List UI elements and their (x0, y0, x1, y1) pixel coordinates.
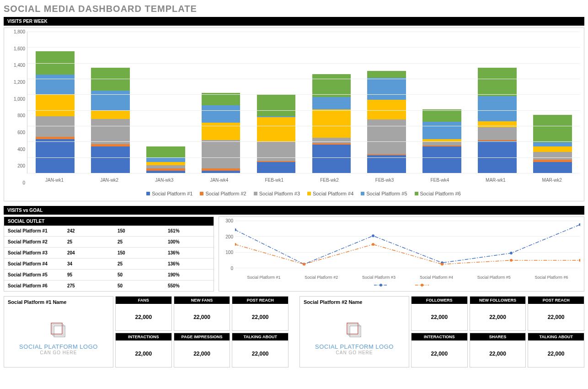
platform-name: Social Platform #1 Name (4, 297, 113, 308)
legend-item: Social Platform #1 (146, 191, 192, 196)
metric-value: 22,000 (470, 340, 526, 367)
legend-item: Social Platform #3 (254, 191, 300, 196)
y-tick: 1,800 (14, 29, 25, 34)
svg-point-5 (579, 223, 580, 226)
metric-value: 22,000 (232, 340, 288, 367)
metric-value: 22,000 (412, 304, 467, 330)
bar-segment (312, 74, 351, 97)
bar-segment (533, 162, 572, 173)
y-tick: 800 (17, 113, 25, 118)
x-label: Social Platform #4 (407, 275, 465, 280)
y-tick: 1,200 (14, 80, 25, 85)
svg-rect-17 (54, 326, 65, 337)
y-tick: 100 (225, 250, 233, 255)
bar-segment (367, 119, 406, 154)
table-header-social-outlet: SOCIAL OUTLET (4, 217, 214, 226)
table-row: Social Platform #3204150136% (4, 248, 214, 259)
logo-placeholder-subtext: CAN GO HERE (40, 350, 77, 355)
page-title: SOCIAL MEDIA DASHBOARD TEMPLATE (4, 4, 584, 14)
metric-label: TALKING ABOUT (232, 333, 288, 340)
svg-point-15 (421, 284, 423, 286)
platform-name: Social Platform #2 Name (300, 297, 409, 308)
bar-group (36, 32, 75, 173)
y-tick: 400 (17, 146, 25, 151)
bar-segment (146, 157, 185, 162)
metric-label: TALKING ABOUT (528, 333, 584, 340)
metric-cell: INTERACTIONS22,000 (115, 333, 172, 367)
legend-item: Social Platform #4 (307, 191, 353, 196)
x-label: JAN-wk2 (100, 178, 118, 183)
x-label: JAN-wk4 (210, 178, 228, 183)
bar-segment (91, 91, 130, 111)
svg-rect-20 (350, 326, 361, 337)
metric-value: 22,000 (116, 340, 171, 367)
bar-group (312, 32, 351, 173)
metric-label: FANS (116, 297, 171, 304)
bar-segment (312, 145, 351, 173)
bar-segment (422, 122, 461, 139)
x-label: Social Platform #5 (465, 275, 523, 280)
metric-label: FOLLOWERS (412, 297, 467, 304)
x-label: Social Platform #3 (350, 275, 408, 280)
placeholder-logo-icon (48, 319, 69, 341)
bar-segment (533, 142, 572, 146)
x-label: Social Platform #1 (235, 275, 293, 280)
metric-cell: SHARES22,000 (470, 333, 526, 367)
bar-group (367, 32, 406, 173)
svg-point-2 (372, 234, 374, 237)
legend-item: Social Platform #2 (200, 191, 246, 196)
bar-segment (202, 140, 241, 168)
bar-segment (312, 97, 351, 109)
bar-segment (312, 109, 351, 138)
metric-label: NEW FANS (174, 297, 230, 304)
bar-segment (478, 68, 517, 96)
platform-card: Social Platform #1 NameSOCIAL PLATFORM L… (4, 296, 289, 367)
table-row: Social Platform #1242150161% (4, 226, 214, 237)
metric-cell: NEW FOLLOWERS22,000 (470, 296, 526, 331)
svg-rect-19 (347, 323, 358, 334)
bar-group (146, 32, 185, 173)
svg-rect-16 (51, 323, 62, 334)
bar-group (422, 32, 461, 173)
bar-segment (257, 94, 296, 116)
y-tick: 0 (230, 266, 233, 271)
bar-segment (533, 115, 572, 142)
bar-segment (367, 78, 406, 100)
x-label: JAN-wk3 (155, 178, 173, 183)
metric-cell: TALKING ABOUT22,000 (232, 333, 289, 367)
bar-segment (36, 75, 75, 94)
metric-cell: FOLLOWERS22,000 (411, 296, 468, 331)
bar-segment (36, 139, 75, 173)
bar-segment (478, 96, 517, 121)
bar-segment (257, 141, 296, 161)
bar-segment (422, 146, 461, 173)
y-tick: 200 (17, 163, 25, 168)
y-tick: 300 (225, 218, 233, 223)
x-label: MAR-wk1 (486, 178, 505, 183)
svg-point-11 (579, 259, 580, 262)
metric-value: 22,000 (174, 304, 230, 330)
y-tick: 1,400 (14, 63, 25, 68)
svg-point-13 (380, 284, 382, 286)
section-visits-vs-goal: VISITS vs GOAL (4, 206, 584, 215)
metric-cell: POST REACH22,000 (232, 296, 289, 331)
social-outlet-table: SOCIAL OUTLET Social Platform #124215016… (4, 216, 214, 292)
table-row: Social Platform #43425136% (4, 259, 214, 270)
bar-segment (422, 141, 461, 146)
bar-segment (36, 116, 75, 137)
logo-placeholder-text: SOCIAL PLATFORM LOGO (315, 343, 394, 350)
y-tick: 1,600 (14, 46, 25, 51)
legend-marker (415, 281, 429, 289)
x-label: FEB-wk1 (265, 178, 283, 183)
bar-segment (312, 138, 351, 143)
bar-group (478, 32, 517, 173)
x-label: JAN-wk1 (45, 178, 64, 183)
metric-cell: POST REACH22,000 (528, 296, 584, 331)
metric-cell: TALKING ABOUT22,000 (528, 333, 584, 367)
bar-group (533, 32, 572, 173)
bar-segment (202, 123, 241, 140)
legend-marker (374, 281, 388, 289)
metric-value: 22,000 (528, 340, 584, 367)
logo-placeholder-subtext: CAN GO HERE (336, 350, 373, 355)
metric-value: 22,000 (528, 304, 584, 330)
